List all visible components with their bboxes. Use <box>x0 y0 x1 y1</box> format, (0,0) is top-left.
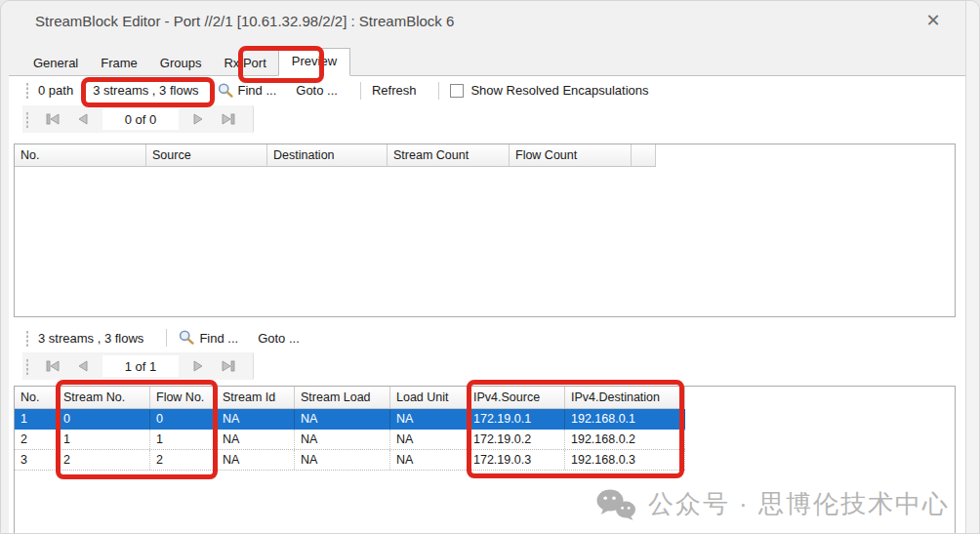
streamblock-editor-window: StreamBlock Editor - Port //2/1 [10.61.3… <box>0 0 980 534</box>
column-header[interactable]: IPv4.Destination <box>565 387 685 409</box>
column-header-stub <box>632 144 656 167</box>
tab-frame[interactable]: Frame <box>90 51 148 76</box>
search-icon <box>217 82 234 100</box>
last-record-button[interactable] <box>218 110 239 128</box>
table-cell: 172.19.0.3 <box>468 450 565 470</box>
column-header[interactable]: Flow No. <box>150 387 217 409</box>
stream-flow-count-label: 3 streams , 3 flows <box>93 83 198 98</box>
table-cell: 192.168.0.3 <box>565 450 685 470</box>
toolbar-grip-icon[interactable] <box>25 330 29 347</box>
tab-groups[interactable]: Groups <box>149 51 213 76</box>
bottom-toolbar: 3 streams , 3 flows Find ... Goto ... <box>9 324 965 351</box>
table-cell: NA <box>295 409 390 429</box>
find-button[interactable]: Find ... <box>238 83 277 98</box>
table-row[interactable]: 100NANANA172.19.0.1192.168.0.1 <box>15 409 685 430</box>
path-count-label: 0 path <box>38 83 73 98</box>
column-header[interactable]: No. <box>15 144 146 167</box>
tab-preview[interactable]: Preview <box>278 48 350 76</box>
table-cell: 172.19.0.1 <box>468 409 565 429</box>
close-icon[interactable]: ✕ <box>919 10 948 31</box>
column-header[interactable]: Source <box>146 144 267 167</box>
table-cell: NA <box>217 409 295 429</box>
wechat-icon <box>595 488 636 521</box>
goto-button[interactable]: Goto ... <box>296 83 338 98</box>
table-cell: 1 <box>15 409 58 429</box>
column-header[interactable]: Flow Count <box>510 144 632 167</box>
record-position-field[interactable]: 0 of 0 <box>102 108 179 130</box>
table-cell: NA <box>390 430 468 449</box>
watermark-text: 公众号 · 思博伦技术中心 <box>648 487 950 521</box>
streams-table[interactable]: No.SourceDestinationStream CountFlow Cou… <box>14 144 956 317</box>
next-record-button[interactable] <box>188 110 210 128</box>
table-cell: NA <box>217 430 295 449</box>
table-cell: 192.168.0.1 <box>565 409 685 429</box>
bottom-pager: 1 of 1 <box>9 351 965 381</box>
table-cell: 2 <box>58 450 150 470</box>
table-header-row: No.SourceDestinationStream CountFlow Cou… <box>15 144 955 167</box>
show-resolved-checkbox[interactable] <box>450 84 464 98</box>
goto-button[interactable]: Goto ... <box>258 331 300 346</box>
table-cell: 1 <box>58 430 150 449</box>
window-right-edge <box>965 1 979 533</box>
column-header[interactable]: Stream No. <box>58 387 150 409</box>
previous-record-button[interactable] <box>71 110 93 128</box>
next-record-button[interactable] <box>188 357 210 375</box>
table-cell: NA <box>390 409 468 429</box>
table-cell: NA <box>390 450 468 470</box>
tab-rx-port[interactable]: Rx Port <box>213 51 276 76</box>
table-cell: 1 <box>150 430 217 449</box>
table-cell: 2 <box>15 430 58 449</box>
table-cell: NA <box>295 450 390 470</box>
column-header[interactable]: Stream Load <box>295 387 390 409</box>
column-header[interactable]: Destination <box>267 144 388 167</box>
show-resolved-label: Show Resolved Encapsulations <box>470 83 648 98</box>
find-button[interactable]: Find ... <box>199 331 238 346</box>
column-header[interactable]: Stream Id <box>217 387 295 409</box>
first-record-button[interactable] <box>42 357 63 375</box>
table-cell: NA <box>295 430 390 449</box>
column-header[interactable]: Load Unit <box>390 387 468 409</box>
table-cell: 2 <box>150 450 217 470</box>
stream-flow-count-label: 3 streams , 3 flows <box>38 331 143 346</box>
table-cell: 0 <box>150 409 217 429</box>
watermark: 公众号 · 思博伦技术中心 <box>595 487 950 521</box>
top-pager: 0 of 0 <box>9 104 965 134</box>
top-toolbar: 0 path 3 streams , 3 flows Find ... Goto… <box>9 76 965 104</box>
tab-general[interactable]: General <box>22 51 89 76</box>
table-row[interactable]: 322NANANA172.19.0.3192.168.0.3 <box>15 450 685 471</box>
table-header-row: No.Stream No.Flow No.Stream IdStream Loa… <box>15 387 955 409</box>
toolbar-grip-icon[interactable] <box>25 82 29 99</box>
column-header[interactable]: No. <box>15 387 58 409</box>
table-cell: 3 <box>15 450 58 470</box>
last-record-button[interactable] <box>218 357 239 375</box>
titlebar: StreamBlock Editor - Port //2/1 [10.61.3… <box>1 1 979 40</box>
preview-tab-panel: 0 path 3 streams , 3 flows Find ... Goto… <box>9 75 965 533</box>
column-header[interactable]: Stream Count <box>388 144 510 167</box>
toolbar-separator <box>360 82 361 100</box>
toolbar-grip-icon[interactable] <box>25 111 29 128</box>
tab-strip: General Frame Groups Rx Port Preview <box>1 40 979 75</box>
search-icon <box>178 329 195 347</box>
table-cell: 172.19.0.2 <box>468 430 565 449</box>
table-cell: 0 <box>58 409 150 429</box>
table-cell: 192.168.0.2 <box>565 430 685 449</box>
toolbar-separator <box>438 82 439 100</box>
column-header[interactable]: IPv4.Source <box>468 387 565 409</box>
table-cell: NA <box>217 450 295 470</box>
refresh-button[interactable]: Refresh <box>372 83 417 98</box>
window-title: StreamBlock Editor - Port //2/1 [10.61.3… <box>35 13 919 29</box>
first-record-button[interactable] <box>42 110 63 128</box>
previous-record-button[interactable] <box>71 357 93 375</box>
table-row[interactable]: 211NANANA172.19.0.2192.168.0.2 <box>15 430 685 450</box>
toolbar-grip-icon[interactable] <box>25 358 29 375</box>
record-position-field[interactable]: 1 of 1 <box>102 355 179 377</box>
toolbar-separator <box>166 329 167 347</box>
